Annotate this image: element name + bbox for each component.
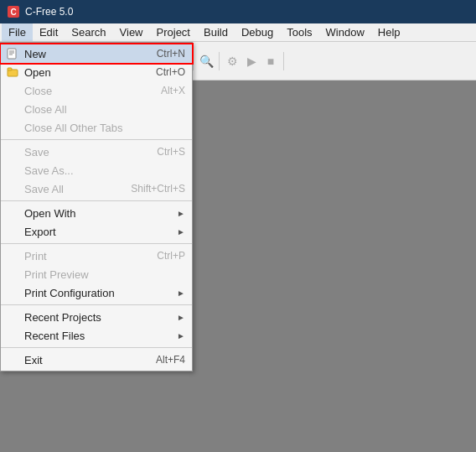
exit-label: Exit: [24, 354, 139, 366]
separator-3: [1, 243, 192, 244]
svg-rect-7: [8, 68, 12, 70]
save-label: Save: [24, 146, 140, 158]
menu-tools[interactable]: Tools: [280, 23, 318, 41]
menu-item-print-preview[interactable]: Print Preview: [1, 265, 192, 283]
print-config-arrow: ►: [177, 288, 185, 298]
separator-2: [1, 200, 192, 201]
title-bar: C C-Free 5.0: [0, 0, 476, 23]
menu-view[interactable]: View: [113, 23, 150, 41]
svg-text:C: C: [10, 8, 16, 17]
menu-build[interactable]: Build: [197, 23, 235, 41]
svg-rect-2: [8, 49, 16, 59]
close-label: Close: [24, 85, 144, 97]
close-all-label: Close All: [24, 103, 185, 116]
export-label: Export: [24, 226, 177, 238]
close-shortcut: Alt+X: [161, 85, 185, 96]
menu-file[interactable]: File: [2, 23, 33, 41]
menu-item-exit[interactable]: Exit Alt+F4: [1, 351, 192, 369]
menu-item-recent-projects[interactable]: Recent Projects ►: [1, 308, 192, 326]
toolbar-build-group: ⚙ ▶ ■: [223, 52, 284, 70]
menu-edit[interactable]: Edit: [33, 23, 65, 41]
toolbar-build-btn[interactable]: ⚙: [223, 52, 241, 70]
recent-projects-arrow: ►: [177, 313, 185, 322]
close-other-label: Close All Other Tabs: [24, 122, 185, 134]
menu-item-close[interactable]: Close Alt+X: [1, 81, 192, 100]
recent-projects-label: Recent Projects: [24, 311, 177, 324]
toolbar-run-btn[interactable]: ▶: [242, 52, 261, 70]
save-as-label: Save As...: [24, 164, 185, 177]
menu-item-save-all[interactable]: Save All Shift+Ctrl+S: [1, 179, 192, 198]
menu-item-save-as[interactable]: Save As...: [1, 161, 192, 179]
save-all-label: Save All: [24, 183, 114, 195]
print-preview-label: Print Preview: [24, 268, 185, 281]
menu-window[interactable]: Window: [319, 23, 371, 41]
menu-item-new[interactable]: New Ctrl+N: [1, 44, 192, 63]
save-shortcut: Ctrl+S: [157, 146, 185, 158]
toolbar-stop-btn[interactable]: ■: [261, 52, 280, 70]
file-dropdown: New Ctrl+N Open Ctrl+O Close Alt+X Close…: [0, 42, 193, 371]
menu-item-close-other[interactable]: Close All Other Tabs: [1, 118, 192, 137]
menu-project[interactable]: Project: [150, 23, 197, 41]
menu-help[interactable]: Help: [371, 23, 407, 41]
open-with-arrow: ►: [177, 209, 185, 218]
open-label: Open: [24, 66, 139, 79]
open-with-label: Open With: [24, 207, 177, 220]
toolbar-find-btn[interactable]: 🔍: [197, 52, 215, 70]
print-shortcut: Ctrl+P: [157, 250, 185, 262]
toolbar-search-group: 🔍: [197, 52, 220, 70]
menu-item-open[interactable]: Open Ctrl+O: [1, 63, 192, 81]
exit-shortcut: Alt+F4: [156, 354, 185, 366]
recent-files-arrow: ►: [177, 331, 185, 340]
menu-item-export[interactable]: Export ►: [1, 222, 192, 241]
new-label: New: [24, 48, 140, 60]
save-all-shortcut: Shift+Ctrl+S: [131, 183, 185, 195]
menu-item-open-with[interactable]: Open With ►: [1, 204, 192, 222]
print-config-label: Print Configuration: [24, 287, 177, 299]
open-shortcut: Ctrl+O: [156, 66, 185, 78]
menu-item-recent-files[interactable]: Recent Files ►: [1, 326, 192, 345]
separator-1: [1, 139, 192, 140]
new-icon: [6, 47, 19, 60]
menu-item-close-all[interactable]: Close All: [1, 100, 192, 118]
export-arrow: ►: [177, 227, 185, 236]
app-icon: C: [7, 5, 20, 18]
menu-search[interactable]: Search: [65, 23, 112, 41]
menu-item-save[interactable]: Save Ctrl+S: [1, 143, 192, 161]
new-shortcut: Ctrl+N: [157, 48, 185, 60]
app-title: C-Free 5.0: [25, 6, 73, 18]
menu-item-print[interactable]: Print Ctrl+P: [1, 247, 192, 265]
menu-debug[interactable]: Debug: [235, 23, 280, 41]
menu-bar: File Edit Search View Project Build Debu…: [0, 23, 476, 42]
menu-item-print-config[interactable]: Print Configuration ►: [1, 283, 192, 302]
print-label: Print: [24, 250, 140, 262]
separator-4: [1, 304, 192, 305]
open-icon: [6, 65, 19, 79]
separator-5: [1, 347, 192, 348]
recent-files-label: Recent Files: [24, 330, 177, 342]
